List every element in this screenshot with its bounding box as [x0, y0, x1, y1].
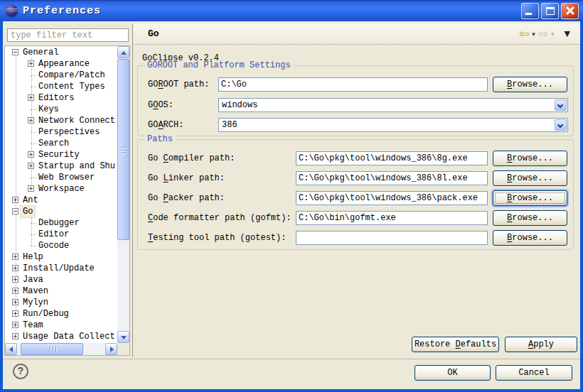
vertical-scroll-thumb[interactable] [117, 59, 129, 240]
goarch-dropdown-button[interactable] [555, 119, 567, 131]
go-linker-path-label: Go Linker path: [148, 171, 225, 185]
testing-tool-path-gotest-browse-button[interactable]: Browse... [493, 230, 567, 246]
tree-item-ant[interactable]: Ant [5, 195, 117, 206]
expander-icon[interactable] [12, 310, 18, 317]
expander-icon[interactable] [28, 117, 34, 124]
expander-icon[interactable] [12, 254, 18, 260]
tree-item-workspace[interactable]: Workspace [5, 183, 117, 195]
expander-icon[interactable] [28, 94, 34, 101]
tree-item-content-types[interactable]: Content Types [5, 81, 117, 92]
expander-icon[interactable] [12, 322, 18, 328]
tree-item-maven[interactable]: Maven [5, 285, 117, 297]
goroot-path-input[interactable] [218, 77, 488, 92]
scroll-right-button[interactable] [105, 343, 117, 355]
go-packer-path-input[interactable] [296, 191, 488, 205]
go-linker-path-input[interactable] [296, 171, 488, 185]
tree-item-java[interactable]: Java [5, 274, 117, 285]
tree-item-editor[interactable]: Editor [5, 229, 117, 240]
tree-item-compare-patch[interactable]: Compare/Patch [5, 70, 117, 81]
titlebar[interactable]: Preferences [0, 0, 583, 21]
tree-item-network-connect[interactable]: Network Connect [5, 115, 117, 126]
expander-icon[interactable] [12, 276, 18, 283]
goarch-select[interactable]: 386 [218, 118, 568, 132]
horizontal-scroll-thumb[interactable] [21, 343, 83, 355]
maximize-button[interactable] [541, 3, 559, 19]
expander-icon[interactable] [12, 333, 18, 339]
tree-item-keys[interactable]: Keys [5, 104, 117, 115]
cancel-button[interactable]: Cancel [496, 365, 572, 381]
scroll-down-button[interactable] [117, 331, 129, 343]
restore-defaults-button[interactable]: Restore Defaults [412, 337, 499, 352]
tree-item-label: Network Connect [36, 115, 117, 126]
tree-item-help[interactable]: Help [5, 251, 117, 263]
tree-item-label: Go [21, 206, 35, 217]
go-compiler-path-browse-button[interactable]: Browse... [493, 151, 567, 166]
tree-item-debugger[interactable]: Debugger [5, 217, 117, 229]
tree-item-search[interactable]: Search [5, 138, 117, 149]
ok-button[interactable]: OK [414, 365, 491, 381]
tree-item-startup-and-shu[interactable]: Startup and Shu [5, 160, 117, 172]
apply-button[interactable]: Apply [505, 337, 577, 352]
thumb-grip [55, 347, 56, 352]
back-dropdown-icon[interactable]: ▾ [532, 31, 535, 38]
goos-select[interactable]: windows [218, 98, 568, 112]
goroot-browse-button[interactable]: Browse... [493, 77, 567, 92]
expander-icon[interactable] [28, 163, 34, 169]
close-button[interactable] [561, 3, 579, 19]
tree-item-mylyn[interactable]: Mylyn [5, 297, 117, 308]
thumb-grip [121, 153, 126, 153]
expander-icon[interactable] [28, 151, 34, 158]
code-formatter-path-gofmt-browse-button[interactable]: Browse... [493, 210, 567, 226]
scroll-left-button[interactable] [5, 343, 17, 355]
chevron-down-icon [557, 122, 563, 128]
help-button[interactable]: ? [13, 364, 28, 379]
minimize-button[interactable] [521, 3, 539, 19]
panel-divider[interactable] [132, 23, 133, 357]
goroot-group-title: GOROOT and Platform Settings [144, 60, 294, 70]
expander-icon[interactable] [28, 185, 34, 192]
tree-item-editors[interactable]: Editors [5, 92, 117, 104]
dialog-body: General Appearance Compare/Patch Content… [3, 21, 580, 389]
tree-horizontal-scrollbar[interactable] [5, 343, 117, 355]
back-icon[interactable]: ⇦ [519, 28, 529, 40]
tree-item-run-debug[interactable]: Run/Debug [5, 308, 117, 320]
tree-item-label: Editor [36, 229, 71, 240]
tree-item-web-browser[interactable]: Web Browser [5, 172, 117, 183]
tree-item-gocode[interactable]: Gocode [5, 240, 117, 251]
thumb-grip [50, 347, 50, 352]
tree-item-team[interactable]: Team [5, 320, 117, 331]
testing-tool-path-gotest-input[interactable] [296, 231, 488, 245]
forward-icon[interactable]: ⇨ [538, 28, 548, 40]
goroot-group: GOROOT and Platform Settings GOROOT path… [137, 65, 574, 136]
tree-vertical-scrollbar[interactable] [117, 46, 129, 343]
page-header: Go ⇦ ▾ ⇨ ▾ ▼ [133, 23, 580, 45]
scroll-up-button[interactable] [117, 46, 129, 58]
goos-value: windows [222, 99, 257, 111]
tree-item-install-update[interactable]: Install/Update [5, 263, 117, 274]
chevron-down-icon [557, 102, 563, 108]
page-title: Go [148, 28, 159, 39]
expander-icon[interactable] [12, 208, 18, 214]
expander-icon[interactable] [12, 49, 18, 55]
tree-item-perspectives[interactable]: Perspectives [5, 126, 117, 138]
goos-label: GOOS: [148, 98, 173, 112]
tree-item-general[interactable]: General [5, 47, 117, 58]
tree-item-usage-data-collect[interactable]: Usage Data Collect [5, 331, 117, 342]
go-packer-path-browse-button[interactable]: Browse... [493, 190, 567, 206]
expander-icon[interactable] [12, 288, 18, 294]
filter-input[interactable] [7, 28, 129, 42]
tree-item-appearance[interactable]: Appearance [5, 58, 117, 70]
code-formatter-path-gofmt-input[interactable] [296, 211, 488, 225]
testing-tool-path-gotest-label: Testing tool path (gotest): [148, 231, 286, 245]
expander-icon[interactable] [12, 299, 18, 305]
goos-dropdown-button[interactable] [555, 99, 567, 111]
view-menu-icon[interactable]: ▼ [565, 29, 570, 38]
go-linker-path-browse-button[interactable]: Browse... [493, 170, 567, 186]
tree-item-go[interactable]: Go [5, 206, 117, 217]
tree-item-security[interactable]: Security [5, 149, 117, 160]
expander-icon[interactable] [28, 60, 34, 67]
expander-icon[interactable] [12, 197, 18, 203]
go-compiler-path-input[interactable] [296, 151, 488, 165]
tree-item-label: Usage Data Collect [21, 331, 117, 342]
expander-icon[interactable] [12, 265, 18, 271]
